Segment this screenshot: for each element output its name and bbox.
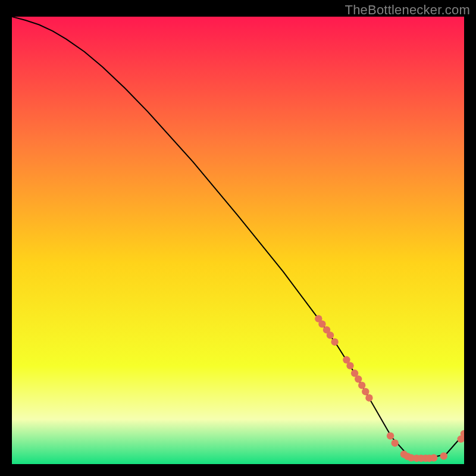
data-dot: [365, 394, 372, 402]
data-dot: [327, 331, 334, 339]
bottleneck-chart: [12, 17, 464, 464]
data-dot: [430, 454, 437, 461]
data-dot: [331, 339, 338, 346]
data-dot: [358, 381, 365, 389]
chart-frame: TheBottlenecker.com: [0, 0, 476, 476]
data-dot: [362, 388, 369, 395]
gradient-background: [12, 17, 464, 464]
data-dot: [346, 362, 353, 369]
data-dot: [392, 440, 399, 447]
plot-area: [12, 17, 464, 464]
data-dot: [355, 375, 362, 383]
data-dot: [318, 320, 325, 327]
data-dot: [387, 432, 394, 439]
data-dot: [440, 452, 447, 459]
watermark-text: TheBottlenecker.com: [345, 2, 470, 18]
